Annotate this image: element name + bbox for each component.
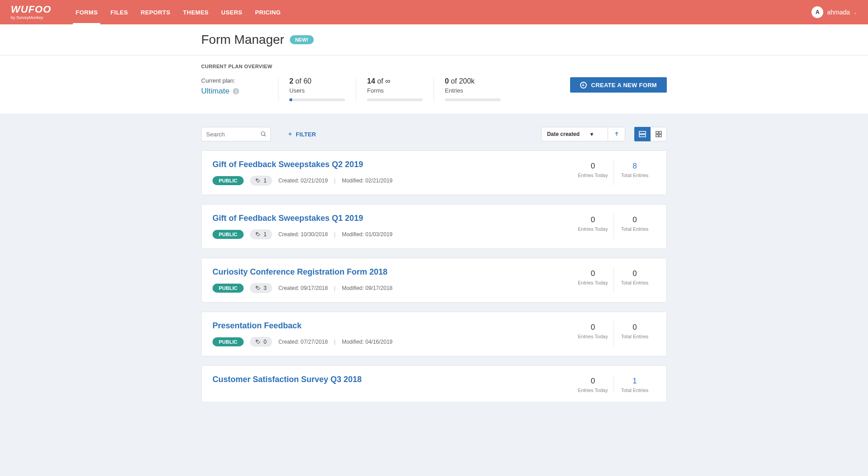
- form-card[interactable]: Presentation FeedbackPUBLIC0Created: 07/…: [201, 312, 667, 356]
- main-nav: FORMSFILESREPORTSTHEMESUSERSPRICING: [69, 0, 287, 24]
- new-badge: NEW!: [290, 35, 314, 44]
- entries-today: 0Entries Today: [572, 321, 614, 347]
- status-badge: PUBLIC: [212, 284, 244, 293]
- avatar: A: [811, 6, 823, 18]
- svg-rect-8: [659, 135, 661, 137]
- form-card[interactable]: Gift of Feedback Sweepstakes Q1 2019PUBL…: [201, 204, 667, 249]
- tag-count[interactable]: 1: [250, 176, 272, 186]
- created-date: Created: 02/21/2019: [278, 177, 328, 184]
- create-button-label: CREATE A NEW FORM: [591, 82, 657, 89]
- tag-icon: [255, 339, 261, 345]
- svg-point-10: [257, 233, 258, 234]
- logo-subtext: by SurveyMonkey: [11, 15, 43, 20]
- status-badge: PUBLIC: [212, 176, 244, 185]
- nav-users[interactable]: USERS: [215, 0, 249, 24]
- form-meta: PUBLIC1Created: 02/21/2019|Modified: 02/…: [212, 176, 572, 186]
- plus-icon: +: [580, 82, 587, 89]
- filter-label: FILTER: [296, 131, 316, 138]
- stat-label: Users: [289, 87, 345, 94]
- stat-users: 2 of 60Users: [278, 77, 356, 101]
- form-list: Gift of Feedback Sweepstakes Q2 2019PUBL…: [201, 150, 667, 402]
- entries-today: 0Entries Today: [572, 214, 614, 239]
- grid-icon: [656, 131, 662, 137]
- total-entries[interactable]: 0Total Entries: [614, 214, 656, 239]
- top-navigation: WUFOO by SurveyMonkey FORMSFILESREPORTST…: [0, 0, 868, 24]
- modified-date: Modified: 01/03/2019: [342, 231, 392, 238]
- overview-heading: CURRENT PLAN OVERVIEW: [201, 64, 667, 69]
- view-toggle: [634, 127, 667, 141]
- form-meta: PUBLIC0Created: 07/27/2018|Modified: 04/…: [212, 337, 572, 347]
- modified-date: Modified: 02/21/2019: [342, 177, 392, 184]
- plus-icon: +: [288, 130, 292, 138]
- stat-label: Forms: [367, 87, 423, 94]
- title-bar: Form Manager NEW!: [0, 24, 868, 56]
- svg-point-0: [261, 132, 265, 135]
- list-icon: [639, 131, 646, 137]
- svg-rect-4: [639, 135, 646, 137]
- svg-point-9: [257, 179, 258, 180]
- status-badge: PUBLIC: [212, 337, 244, 346]
- progress-bar: [289, 98, 345, 101]
- form-title[interactable]: Curiosity Conference Registration Form 2…: [212, 267, 572, 277]
- username: ahmada: [827, 9, 850, 16]
- page-title: Form Manager: [201, 33, 284, 47]
- form-card[interactable]: Curiosity Conference Registration Form 2…: [201, 258, 667, 303]
- logo[interactable]: WUFOO by SurveyMonkey: [11, 5, 51, 20]
- tag-count[interactable]: 3: [250, 283, 272, 293]
- search-wrap: [201, 127, 271, 141]
- info-icon[interactable]: i: [233, 88, 239, 94]
- sort-dropdown[interactable]: Date created ▾: [541, 127, 608, 141]
- tag-count[interactable]: 0: [250, 337, 272, 347]
- sort-value: Date created: [547, 131, 580, 137]
- progress-bar: [367, 98, 423, 101]
- nav-files[interactable]: FILES: [104, 0, 134, 24]
- created-date: Created: 09/17/2018: [278, 285, 328, 291]
- nav-forms[interactable]: FORMS: [69, 0, 104, 24]
- total-entries[interactable]: 0Total Entries: [614, 321, 656, 347]
- tag-icon: [255, 285, 261, 291]
- tag-count[interactable]: 1: [250, 229, 272, 239]
- grid-view-button[interactable]: [651, 127, 667, 141]
- create-form-button[interactable]: + CREATE A NEW FORM: [570, 77, 667, 93]
- form-card[interactable]: Gift of Feedback Sweepstakes Q2 2019PUBL…: [201, 150, 667, 195]
- current-plan: Current plan: Ultimate i: [201, 77, 278, 96]
- nav-themes[interactable]: THEMES: [177, 0, 215, 24]
- modified-date: Modified: 04/16/2019: [342, 339, 392, 345]
- svg-point-11: [257, 287, 258, 288]
- dropdown-arrow-icon: ▾: [590, 131, 593, 137]
- form-title[interactable]: Gift of Feedback Sweepstakes Q2 2019: [212, 160, 572, 169]
- nav-pricing[interactable]: PRICING: [249, 0, 287, 24]
- list-toolbar: + FILTER Date created ▾: [201, 114, 667, 150]
- progress-bar: [445, 98, 500, 101]
- total-entries[interactable]: 0Total Entries: [614, 267, 656, 293]
- stat-value: 2 of 60: [289, 77, 345, 85]
- entries-today: 0Entries Today: [572, 160, 614, 186]
- total-entries[interactable]: 1Total Entries: [614, 375, 656, 393]
- form-title[interactable]: Customer Satisfaction Survey Q3 2018: [212, 375, 572, 384]
- svg-rect-7: [656, 135, 658, 137]
- svg-line-1: [264, 135, 266, 136]
- user-menu[interactable]: A ahmada ⌄: [811, 6, 857, 18]
- stat-forms: 14 of ∞Forms: [356, 77, 434, 101]
- form-title[interactable]: Presentation Feedback: [212, 321, 572, 331]
- filter-button[interactable]: + FILTER: [288, 130, 316, 138]
- form-meta: PUBLIC1Created: 10/30/2018|Modified: 01/…: [212, 229, 572, 239]
- list-view-button[interactable]: [634, 127, 651, 141]
- status-badge: PUBLIC: [212, 230, 244, 239]
- search-icon[interactable]: [260, 131, 267, 137]
- total-entries[interactable]: 8Total Entries: [614, 160, 656, 186]
- created-date: Created: 07/27/2018: [278, 339, 328, 345]
- chevron-down-icon: ⌄: [854, 10, 857, 15]
- sort-direction-button[interactable]: [608, 127, 625, 141]
- logo-text: WUFOO: [11, 5, 51, 14]
- current-plan-label: Current plan:: [201, 77, 278, 84]
- svg-rect-3: [639, 131, 646, 134]
- form-card[interactable]: Customer Satisfaction Survey Q3 20180Ent…: [201, 365, 667, 402]
- plan-overview: CURRENT PLAN OVERVIEW Current plan: Ulti…: [0, 56, 868, 114]
- nav-reports[interactable]: REPORTS: [134, 0, 177, 24]
- plan-name[interactable]: Ultimate: [201, 87, 229, 96]
- entries-today: 0Entries Today: [572, 375, 614, 393]
- tag-icon: [255, 178, 261, 183]
- modified-date: Modified: 09/17/2018: [342, 285, 392, 291]
- form-title[interactable]: Gift of Feedback Sweepstakes Q1 2019: [212, 214, 572, 223]
